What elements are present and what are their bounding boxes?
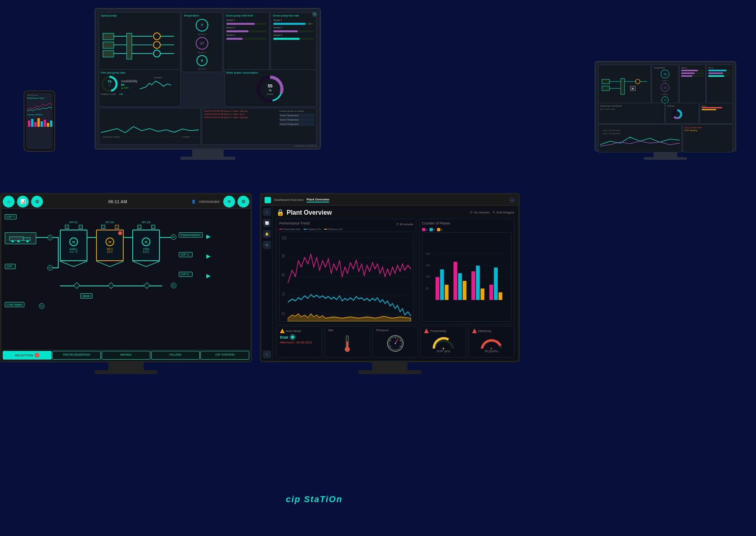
scada-screen: ⌂ 📊 ⚙ 06:11 AM 👤 Administrator ✕ ⚙ CIP + bbox=[0, 193, 252, 362]
tab-mixing[interactable]: MIXING bbox=[102, 351, 150, 360]
svg-text:M: M bbox=[632, 87, 634, 90]
avail-gauge: 73 % bbox=[101, 75, 119, 93]
valve-1b bbox=[79, 225, 83, 229]
screw-flow-title: Screw pump flow rate bbox=[272, 14, 315, 17]
plant-bezel: Dashboard Overview Plant Overview — bbox=[261, 195, 518, 206]
sidebar-btn-chart[interactable]: 📈 bbox=[263, 219, 271, 227]
productivity-alert-icon bbox=[424, 328, 429, 333]
svg-rect-54 bbox=[23, 237, 30, 241]
screw-inlet-panel: Screw pump inlet level Screw 1 Screw 2 S… bbox=[224, 12, 270, 72]
nav-gear[interactable]: ⚙ bbox=[237, 196, 249, 208]
small-net-pump: Screw pump unit fill level Ln 1Ln 2Ln 3 bbox=[598, 103, 665, 124]
svg-text:%: % bbox=[269, 89, 272, 92]
tab-filling[interactable]: FILLING bbox=[151, 351, 200, 360]
phone-header: Plant Overview bbox=[27, 94, 52, 96]
cip-minus-label: CIP - bbox=[5, 264, 16, 269]
edit-widgets-btn[interactable]: ✎ Edit Widgets bbox=[493, 211, 514, 214]
small-diagram: M bbox=[598, 65, 651, 109]
dc-right-1: DC bbox=[171, 234, 176, 240]
svg-text:90: 90 bbox=[282, 253, 285, 258]
trend-svg: 3/01/2022 2:50PM 3:04PM bbox=[101, 110, 199, 143]
outflow-row: Outflow in m/h 193 bbox=[101, 93, 179, 95]
sidebar-btn-home[interactable]: ⌂ bbox=[263, 208, 271, 216]
tab-plant-overview[interactable]: Plant Overview bbox=[307, 198, 329, 202]
motor-3: M bbox=[142, 237, 150, 246]
svg-text:▼: ▼ bbox=[490, 347, 493, 350]
tab-dashboard-overview[interactable]: Dashboard Overview bbox=[274, 198, 304, 202]
perf-legend: Productivity (kw) Capacity (%) Efficienc… bbox=[279, 228, 413, 230]
automode-toggle[interactable] bbox=[290, 334, 295, 340]
svg-rect-9 bbox=[103, 42, 113, 48]
charts-row: Performance Trend ⏱ 60 minutes Productiv… bbox=[276, 219, 514, 325]
nav-home[interactable]: ⌂ bbox=[3, 196, 15, 208]
legend-efficiency-color bbox=[324, 229, 327, 230]
s-gauge3: 9 bbox=[662, 96, 669, 104]
tab-reception[interactable]: RECEPTION ! bbox=[3, 351, 52, 360]
sidebar-btn-gear[interactable]: ⚙ bbox=[263, 241, 271, 249]
availability-val: 55 bbox=[121, 83, 137, 87]
main-screen: Spiral pumps bbox=[94, 8, 321, 150]
screw3-bar bbox=[226, 38, 267, 40]
alert1: 14/01/22 03:04:06 PM Screw 1 > Valve > W… bbox=[204, 110, 277, 112]
reception-warn: ! bbox=[35, 353, 39, 358]
plant-main-content: 🔒 Plant Overview ⏱ 60 minutes ✎ Edit Wid… bbox=[272, 206, 518, 361]
svg-rect-53 bbox=[9, 237, 23, 241]
productivity-val: 16.87 (pcs) bbox=[424, 350, 463, 352]
edit-icon[interactable]: ✎ bbox=[312, 11, 317, 17]
svg-rect-39 bbox=[602, 86, 610, 91]
perf-chart-svg: 100 90 80 70 60 bbox=[280, 232, 413, 321]
svg-text:Power: Power bbox=[267, 93, 274, 95]
automode-value-row: true bbox=[280, 334, 319, 340]
svg-rect-88 bbox=[494, 267, 498, 300]
gauge2-label: Screw 2 bbox=[198, 51, 206, 54]
lock-icon: 🔒 bbox=[276, 209, 284, 216]
monitor-bottom-right: Dashboard Overview Plant Overview — ⌂ 📈 … bbox=[260, 193, 520, 374]
productivity-gauge-svg: ▼ bbox=[431, 335, 456, 350]
sidebar-btn-help[interactable]: ? bbox=[263, 351, 271, 358]
small-temp: Temperature 15 Lane 1 13 Lane 2 9 Lane 3 bbox=[652, 65, 678, 109]
small-monitor-base bbox=[644, 157, 687, 160]
svg-rect-0 bbox=[28, 121, 30, 127]
perf-time-range[interactable]: ⏱ 60 minutes bbox=[396, 223, 413, 226]
svg-point-18 bbox=[154, 33, 161, 40]
warn-dot: ! bbox=[118, 231, 122, 235]
motor-power-panel: Motor power consumption 55 % Power bbox=[224, 69, 317, 107]
svg-text:3/01/2022 2:50PM: 3/01/2022 2:50PM bbox=[103, 136, 119, 138]
valve-bottom-1 bbox=[74, 282, 80, 289]
legend-capacity: Capacity (%) bbox=[304, 228, 321, 230]
pressure-gauge-svg bbox=[385, 334, 405, 353]
svg-text:80: 80 bbox=[282, 273, 285, 278]
svg-rect-4 bbox=[41, 121, 43, 127]
silo-header: Silo bbox=[328, 328, 367, 332]
phone-screen: Plant Overview Performance Trend Counter… bbox=[26, 93, 53, 149]
svg-rect-10 bbox=[103, 50, 113, 57]
nav-logout[interactable]: ✕ bbox=[223, 196, 235, 208]
s-gauge1: 15 bbox=[661, 70, 669, 78]
automode-dot bbox=[291, 336, 294, 339]
silo-card: Silo bbox=[324, 326, 370, 358]
cold-water-label: Cold Water bbox=[5, 302, 24, 307]
small-flow: Flw rt. bbox=[706, 65, 733, 109]
sidebar-btn-bell[interactable]: 🔔 bbox=[263, 230, 271, 238]
plant-minimize[interactable]: — bbox=[510, 197, 515, 203]
time-range-btn[interactable]: ⏱ 60 minutes bbox=[470, 211, 489, 214]
nav-chart[interactable]: 📊 bbox=[17, 196, 29, 208]
small-notif: Notif bar bbox=[665, 103, 699, 124]
tab-pasteurization[interactable]: PASTEURIZATION bbox=[52, 351, 101, 360]
temp-gauge-3: 9 bbox=[196, 55, 208, 66]
flow3-bar bbox=[273, 38, 314, 40]
scada-bezel: ⌂ 📊 ⚙ 06:11 AM 👤 Administrator ✕ ⚙ bbox=[2, 195, 250, 209]
svg-rect-42 bbox=[621, 78, 625, 94]
valve-bottom-3 bbox=[144, 282, 150, 289]
availability-label: Availability bbox=[121, 79, 137, 83]
svg-text:200: 200 bbox=[426, 252, 430, 255]
small-diagram-svg: M bbox=[600, 67, 649, 107]
nav-settings[interactable]: ⚙ bbox=[31, 196, 43, 208]
valve-1a bbox=[65, 225, 69, 229]
tab-cip-station[interactable]: CIP STATION bbox=[200, 351, 249, 360]
svg-point-92 bbox=[345, 347, 350, 352]
valve-2b-warn bbox=[115, 225, 119, 229]
arrow-past: ▶ bbox=[206, 233, 211, 239]
gauge1-label: Screw 1 bbox=[198, 33, 206, 35]
pipe-v1 bbox=[58, 238, 59, 268]
